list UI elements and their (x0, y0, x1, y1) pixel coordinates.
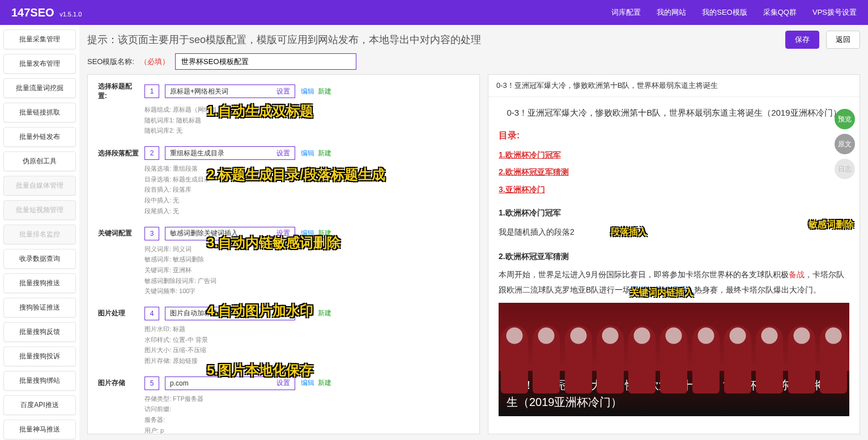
sidebar-item-百度API推送[interactable]: 百度API推送 (3, 395, 76, 415)
cfg-info: 图片水印: 标题水印样式: 位置-中 背景图片大小: 压缩-不压缩图片存储: 原… (144, 324, 469, 366)
brand-name: 147SEO (11, 6, 54, 19)
toc-item[interactable]: 2.欧洲杯冠亚军猜测 (499, 164, 849, 180)
sidebar-item-批量神马推送[interactable]: 批量神马推送 (3, 420, 76, 439)
cfg-info: 存储类型: FTP服务器访问前缀:服务器:用户: p (144, 394, 469, 434)
cfg-number: 5 (144, 376, 159, 390)
back-button[interactable]: 返回 (826, 31, 860, 49)
cfg-number: 4 (144, 307, 159, 320)
edit-link[interactable]: 编辑 (301, 379, 314, 387)
sidebar-item-批量发布管理[interactable]: 批量发布管理 (3, 54, 76, 74)
cfg-label: 关键词配置 (98, 229, 139, 238)
cfg-label: 选择段落配置 (98, 149, 139, 158)
cfg-value-box[interactable]: 原标题+网络相关词设置 (165, 84, 295, 98)
new-link[interactable]: 新建 (318, 87, 331, 95)
page-tip: 提示：该页面主要用于seo模版配置，模版可应用到网站发布，本地导出中对内容的处理 (87, 33, 778, 46)
section-2: 2.欧洲杯冠亚军猜测 (499, 249, 849, 264)
cfg-info: 标题组成: 原标题（网络相关词1)随机词库1: 随机标题随机词库2: 无 (144, 104, 469, 136)
cfg-label: 图片存储 (98, 378, 139, 388)
fab-预览[interactable]: 预览 (835, 109, 855, 129)
sidebar-item-批量搜狗推送[interactable]: 批量搜狗推送 (3, 273, 76, 293)
top-bar: 147SEO v1.5.1.0 词库配置我的网站我的SEO模版采集QQ群VPS拨… (0, 0, 868, 25)
section-1: 1.欧洲杯冷门冠军 (499, 205, 849, 221)
sidebar-item-批量采集管理[interactable]: 批量采集管理 (3, 29, 76, 49)
cfg-label: 图片处理 (98, 308, 139, 318)
new-link[interactable]: 新建 (318, 379, 331, 387)
toc-item[interactable]: 1.欧洲杯冷门冠军 (499, 147, 849, 163)
set-link[interactable]: 设置 (276, 229, 290, 238)
fab-column: 预览原文日志 (835, 109, 855, 179)
required-mark: （必填） (140, 57, 169, 67)
set-link[interactable]: 设置 (276, 87, 290, 96)
new-link[interactable]: 新建 (318, 149, 331, 157)
sidebar-item-批量搜狗投诉[interactable]: 批量搜狗投诉 (3, 346, 76, 366)
nav-我的网站[interactable]: 我的网站 (657, 7, 686, 18)
new-link[interactable]: 新建 (318, 229, 331, 237)
preview-headline: 0-3！亚洲冠军爆大冷，惨败欧洲第十B队，世界杯最弱东道主将诞生（2019亚洲杯… (499, 105, 849, 121)
keyword-link[interactable]: 亚洲杯关键词插入 (631, 285, 694, 294)
cfg-value-box[interactable]: 图片自动加标题水印设置 (165, 307, 295, 320)
tpl-name-input[interactable] (175, 53, 356, 70)
cfg-number: 3 (144, 227, 159, 240)
new-link[interactable]: 新建 (318, 309, 331, 317)
cfg-info: 同义词库: 同义词敏感词库: 敏感词删除关键词库: 亚洲杯敏感词删除段词库: 广… (144, 244, 469, 297)
preview-title: 0-3！亚洲冠军爆大冷，惨败欧洲第十B队，世界杯最弱东道主将诞生 (488, 75, 860, 97)
sidebar: 批量采集管理批量发布管理批量流量词挖掘批量链接抓取批量外链发布伪原创工具批量自媒… (0, 25, 79, 440)
set-link[interactable]: 设置 (276, 308, 290, 318)
sidebar-item-批量自媒体管理: 批量自媒体管理 (3, 176, 76, 196)
sidebar-item-批量流量词挖掘[interactable]: 批量流量词挖掘 (3, 78, 76, 98)
brand: 147SEO v1.5.1.0 (11, 6, 82, 19)
tpl-name-label: SEO模版名称: (87, 57, 134, 67)
sidebar-item-伪原创工具[interactable]: 伪原创工具 (3, 151, 76, 171)
cfg-number: 2 (144, 146, 159, 160)
cfg-number: 1 (144, 84, 159, 98)
preview-body: 0-3！亚洲冠军爆大冷，惨败欧洲第十B队，世界杯最弱东道主将诞生（2019亚洲杯… (488, 97, 860, 434)
sidebar-item-搜狗验证推送[interactable]: 搜狗验证推送 (3, 298, 76, 318)
sidebar-item-批量搜狗绑站[interactable]: 批量搜狗绑站 (3, 371, 76, 391)
edit-link[interactable]: 编辑 (301, 87, 314, 95)
nav-VPS拨号设置[interactable]: VPS拨号设置 (812, 7, 857, 18)
fab-原文[interactable]: 原文 (835, 134, 855, 154)
sidebar-item-批量外链发布[interactable]: 批量外链发布 (3, 127, 76, 147)
toc-item[interactable]: 3.亚洲杯冷门 (499, 182, 849, 197)
nav-我的SEO模版[interactable]: 我的SEO模版 (702, 7, 747, 18)
edit-link[interactable]: 编辑 (301, 309, 314, 317)
sidebar-item-批量排名监控: 批量排名监控 (3, 225, 76, 244)
preview-panel: 0-3！亚洲冠军爆大冷，惨败欧洲第十B队，世界杯最弱东道主将诞生 0-3！亚洲冠… (488, 74, 860, 434)
paragraph-1: 我是随机插入的段落2 段落插入 (499, 223, 849, 240)
top-nav: 词库配置我的网站我的SEO模版采集QQ群VPS拨号设置 (611, 7, 857, 18)
paragraph-2: 本周开始，世界足坛进入9月份国际比赛日，即将参加卡塔尔世界杯的各支球队积极备战，… (499, 267, 849, 297)
nav-采集QQ群[interactable]: 采集QQ群 (763, 7, 797, 18)
brand-version: v1.5.1.0 (59, 11, 82, 18)
annot-paragraph-insert: 段落插入 (611, 227, 647, 236)
save-button[interactable]: 保存 (785, 31, 819, 49)
set-link[interactable]: 设置 (276, 378, 290, 388)
nav-词库配置[interactable]: 词库配置 (611, 7, 641, 18)
set-link[interactable]: 设置 (276, 149, 290, 158)
cfg-value-box[interactable]: 敏感词删除关键词插入设置 (165, 227, 295, 240)
sidebar-item-批量链接抓取[interactable]: 批量链接抓取 (3, 103, 76, 122)
cfg-value-box[interactable]: 重组标题生成目录设置 (165, 146, 295, 160)
cfg-value-box[interactable]: p.com设置 (165, 376, 295, 390)
cfg-label: 选择标题配置: (98, 82, 139, 101)
edit-link[interactable]: 编辑 (301, 229, 314, 237)
toc-title: 目录: (499, 127, 849, 144)
sidebar-item-批量搜狗反馈[interactable]: 批量搜狗反馈 (3, 322, 76, 342)
cfg-info: 段落选项: 重组段落目录选项: 标题生成目录段首插入: 段落库段中插入: 无段尾… (144, 163, 469, 216)
sidebar-item-批量短视频管理: 批量短视频管理 (3, 200, 76, 220)
edit-link[interactable]: 编辑 (301, 149, 314, 157)
preview-image: 0-3！亚洲冠军爆大冷，惨败欧洲第十B队，世界杯最弱东道主将诞生（2019亚洲杯… (499, 303, 849, 416)
fab-日志[interactable]: 日志 (835, 159, 855, 179)
sidebar-item-收录数据查询[interactable]: 收录数据查询 (3, 249, 76, 269)
config-panel: 选择标题配置:1原标题+网络相关词设置编辑新建标题组成: 原标题（网络相关词1)… (87, 74, 480, 434)
